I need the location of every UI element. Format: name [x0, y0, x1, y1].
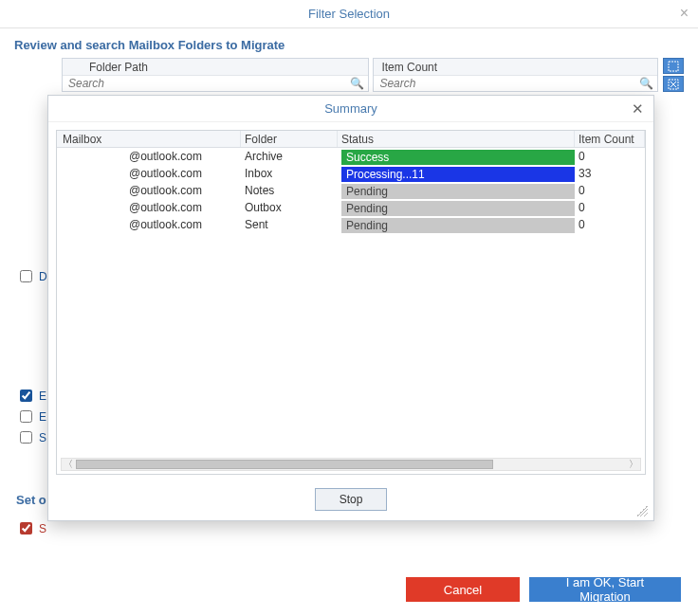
cell-mailbox: @outlook.com	[57, 216, 241, 233]
status-badge: Pending	[341, 184, 575, 199]
col-header-folder[interactable]: Folder	[241, 131, 338, 147]
svg-rect-0	[669, 62, 678, 71]
dialog-footer: Stop	[48, 479, 653, 520]
grid-body: @outlook.comArchiveSuccess0@outlook.comI…	[57, 148, 645, 474]
cell-status: Pending	[338, 199, 575, 216]
cell-folder: Sent	[241, 216, 338, 233]
cell-folder: Outbox	[241, 199, 338, 216]
option-label: D	[39, 270, 47, 283]
option-checkbox-e2[interactable]: E	[16, 408, 46, 426]
summary-grid: Mailbox Folder Status Item Count @outloo…	[56, 130, 646, 475]
item-count-header: Item Count	[374, 59, 657, 76]
footer-buttons: Cancel I am OK, Start Migration	[406, 577, 681, 602]
scroll-right-icon[interactable]: 〉	[627, 458, 640, 471]
cell-count: 0	[575, 216, 645, 233]
page-subtitle: Review and search Mailbox Folders to Mig…	[0, 28, 698, 58]
col-header-mailbox[interactable]: Mailbox	[57, 131, 241, 147]
dialog-title: Summary	[324, 101, 377, 116]
grid-header: Mailbox Folder Status Item Count	[57, 131, 645, 148]
horizontal-scrollbar[interactable]: 〈 〉	[61, 458, 641, 471]
option-checkbox-s2[interactable]: S	[16, 519, 46, 537]
scroll-thumb[interactable]	[76, 460, 493, 469]
option-label: E	[39, 390, 46, 403]
resize-grip-icon[interactable]	[636, 505, 648, 516]
cell-count: 0	[575, 199, 645, 216]
cell-mailbox: @outlook.com	[57, 182, 241, 199]
summary-dialog: Summary ✕ Mailbox Folder Status Item Cou…	[47, 95, 654, 521]
cell-status: Pending	[338, 216, 575, 233]
cell-folder: Notes	[241, 182, 338, 199]
cell-status: Pending	[338, 182, 575, 199]
folder-path-column: Folder Path 🔍	[62, 58, 369, 92]
item-count-search-wrap: 🔍	[374, 76, 657, 91]
close-icon[interactable]: ×	[680, 5, 689, 22]
main-title: Filter Selection	[308, 7, 390, 21]
status-badge: Success	[341, 150, 575, 165]
cell-mailbox: @outlook.com	[57, 148, 241, 165]
status-badge: Pending	[341, 201, 575, 216]
scroll-left-icon[interactable]: 〈	[62, 458, 75, 471]
clear-all-button[interactable]	[663, 76, 684, 92]
start-migration-button[interactable]: I am OK, Start Migration	[529, 577, 681, 602]
item-count-column: Item Count 🔍	[373, 58, 658, 92]
search-icon[interactable]: 🔍	[639, 77, 653, 90]
cell-status: Processing...11	[338, 165, 575, 182]
table-row[interactable]: @outlook.comInboxProcessing...1133	[57, 165, 645, 182]
folder-path-header: Folder Path	[63, 59, 368, 76]
option-checkbox-e1[interactable]: E	[16, 387, 46, 405]
option-label: S	[39, 431, 46, 444]
cell-folder: Archive	[241, 148, 338, 165]
stop-button[interactable]: Stop	[315, 488, 387, 511]
search-icon[interactable]: 🔍	[350, 77, 364, 90]
dialog-title-bar: Summary ✕	[48, 96, 653, 122]
cell-count: 0	[575, 148, 645, 165]
table-row[interactable]: @outlook.comOutboxPending0	[57, 199, 645, 216]
cell-status: Success	[338, 148, 575, 165]
selection-side-buttons	[663, 58, 684, 92]
clear-all-icon	[668, 79, 679, 90]
table-row[interactable]: @outlook.comNotesPending0	[57, 182, 645, 199]
option-label: E	[39, 410, 46, 424]
cell-folder: Inbox	[241, 165, 338, 182]
status-badge: Pending	[341, 218, 575, 233]
section-heading-set: Set o	[16, 493, 46, 507]
table-row[interactable]: @outlook.comArchiveSuccess0	[57, 148, 645, 165]
select-all-icon	[668, 61, 679, 72]
option-checkbox-s[interactable]: S	[16, 428, 46, 446]
cell-mailbox: @outlook.com	[57, 165, 241, 182]
col-header-status[interactable]: Status	[338, 131, 575, 147]
folder-path-search-wrap: 🔍	[63, 76, 368, 91]
item-count-search-input[interactable]	[374, 76, 657, 91]
col-header-count[interactable]: Item Count	[575, 131, 645, 147]
select-all-button[interactable]	[663, 58, 684, 74]
folder-path-search-input[interactable]	[63, 76, 368, 91]
cell-mailbox: @outlook.com	[57, 199, 241, 216]
status-badge: Processing...11	[341, 167, 575, 182]
table-row[interactable]: @outlook.comSentPending0	[57, 216, 645, 233]
filter-row: Folder Path 🔍 Item Count 🔍	[62, 58, 684, 92]
option-checkbox-d[interactable]: D	[16, 267, 47, 285]
cell-count: 0	[575, 182, 645, 199]
main-title-bar: Filter Selection ×	[0, 0, 698, 28]
cell-count: 33	[575, 165, 645, 182]
option-label: S	[39, 522, 46, 535]
cancel-button[interactable]: Cancel	[406, 577, 520, 602]
close-icon[interactable]: ✕	[632, 100, 644, 118]
